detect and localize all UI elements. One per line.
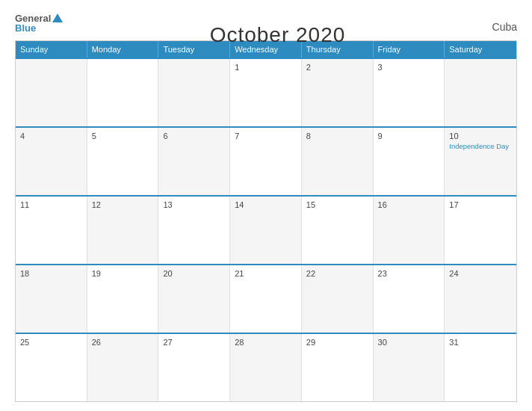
header-saturday: Saturday (445, 41, 516, 58)
logo-blue-text: Blue (15, 23, 36, 33)
table-row (158, 59, 230, 126)
week-5: 25 26 27 28 29 30 31 (16, 333, 516, 401)
table-row: 26 (87, 334, 159, 401)
week-1: 1 2 3 (16, 58, 516, 126)
table-row: 17 (445, 197, 516, 264)
month-title: October 2020 (210, 23, 346, 47)
table-row: 10 Independence Day (445, 128, 516, 195)
table-row: 15 (302, 197, 374, 264)
logo: General Blue (15, 13, 63, 33)
table-row: 5 (87, 128, 159, 195)
table-row: 19 (87, 265, 159, 333)
table-row: 21 (230, 265, 302, 333)
country-label: Cuba (492, 21, 517, 33)
table-row: 29 (302, 334, 374, 401)
table-row: 2 (302, 59, 374, 126)
logo-text: General Blue (15, 13, 63, 33)
table-row: 6 (158, 128, 230, 195)
table-row: 16 (374, 197, 445, 264)
table-row: 31 (445, 334, 516, 401)
table-row: 18 (16, 265, 87, 333)
header: General Blue October 2020 Cuba (15, 13, 517, 33)
table-row (87, 59, 159, 126)
header-friday: Friday (374, 41, 445, 58)
table-row: 28 (230, 334, 302, 401)
table-row: 27 (158, 334, 230, 401)
table-row: 20 (158, 265, 230, 333)
logo-triangle-icon (52, 13, 63, 22)
holiday-independence-day: Independence Day (449, 142, 512, 151)
week-2: 4 5 6 7 8 9 10 Independence Day (16, 126, 516, 195)
table-row: 23 (374, 265, 445, 333)
table-row: 22 (302, 265, 374, 333)
table-row: 24 (445, 265, 516, 333)
calendar: Sunday Monday Tuesday Wednesday Thursday… (15, 40, 517, 402)
calendar-body: 1 2 3 4 5 6 7 8 9 10 Independence Day (16, 58, 516, 401)
table-row: 4 (16, 128, 87, 195)
week-3: 11 12 13 14 15 16 17 (16, 195, 516, 264)
table-row: 9 (374, 128, 445, 195)
header-sunday: Sunday (16, 41, 87, 58)
table-row: 8 (302, 128, 374, 195)
table-row: 1 (230, 59, 302, 126)
header-monday: Monday (87, 41, 159, 58)
table-row: 7 (230, 128, 302, 195)
table-row: 12 (87, 197, 159, 264)
table-row: 30 (374, 334, 445, 401)
table-row (445, 59, 516, 126)
table-row: 14 (230, 197, 302, 264)
page: General Blue October 2020 Cuba Sunday Mo… (0, 0, 532, 411)
table-row: 3 (374, 59, 445, 126)
week-4: 18 19 20 21 22 23 24 (16, 264, 516, 333)
table-row (16, 59, 87, 126)
table-row: 25 (16, 334, 87, 401)
table-row: 11 (16, 197, 87, 264)
table-row: 13 (158, 197, 230, 264)
